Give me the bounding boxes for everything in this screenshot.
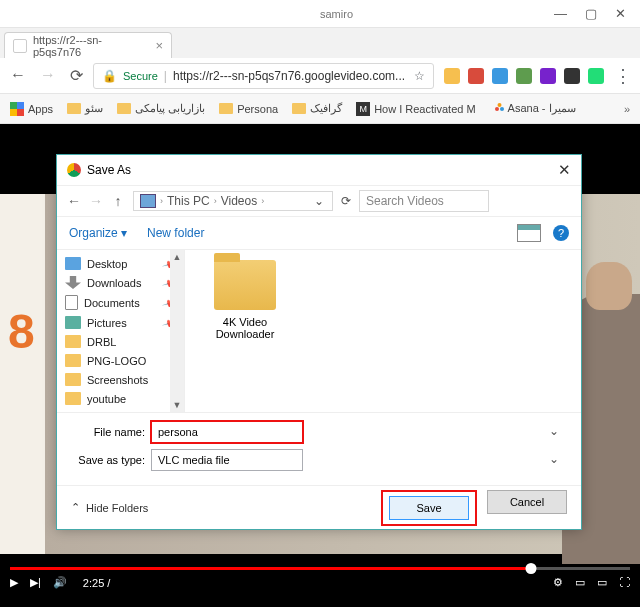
bookmark-5[interactable]: MHow I Reactivated M — [356, 102, 475, 116]
bookmark-folder-2[interactable]: بازاریابی پیامکی — [117, 102, 205, 115]
folder-icon — [65, 354, 81, 367]
minimize-button[interactable]: — — [554, 6, 567, 21]
new-folder-button[interactable]: New folder — [147, 226, 204, 240]
ext-icon-7[interactable] — [588, 68, 604, 84]
bookmark-folder-4[interactable]: گرافیک — [292, 102, 342, 115]
refresh-icon[interactable]: ⟳ — [341, 194, 351, 208]
miniplayer-icon[interactable]: ▭ — [575, 576, 585, 589]
dialog-close-icon[interactable]: ✕ — [558, 161, 571, 179]
secure-label: Secure — [123, 70, 158, 82]
tab-close-icon[interactable]: × — [155, 38, 163, 53]
reload-button[interactable]: ⟳ — [70, 66, 83, 85]
sidebar-item-desktop[interactable]: Desktop📌 — [57, 254, 184, 273]
ext-icon-3[interactable] — [492, 68, 508, 84]
hide-folders-button[interactable]: ⌃Hide Folders — [71, 501, 148, 514]
settings-icon[interactable]: ⚙ — [553, 576, 563, 589]
progress-bar[interactable] — [10, 567, 630, 570]
folder-icon[interactable] — [214, 260, 276, 310]
bookmark-folder-1[interactable]: سئو — [67, 102, 103, 115]
back-button[interactable]: ← — [10, 66, 26, 85]
fullscreen-icon[interactable]: ⛶ — [619, 576, 630, 589]
sidebar-item-label: Desktop — [87, 258, 127, 270]
nav-back-icon[interactable]: ← — [67, 193, 81, 209]
volume-icon[interactable]: 🔊 — [53, 576, 67, 589]
close-button[interactable]: ✕ — [615, 6, 626, 21]
search-input[interactable]: Search Videos — [359, 190, 489, 212]
breadcrumb[interactable]: › This PC › Videos › ⌄ — [133, 191, 333, 211]
sidebar-item-screenshots[interactable]: Screenshots — [57, 370, 184, 389]
forward-button[interactable]: → — [40, 66, 56, 85]
apps-button[interactable]: Apps — [10, 102, 53, 116]
window-titlebar: samiro — ▢ ✕ — [0, 0, 640, 28]
progress-handle[interactable] — [525, 563, 536, 574]
nav-up-icon[interactable]: ↑ — [111, 193, 125, 209]
filetype-select[interactable] — [151, 449, 303, 471]
crumb-this-pc[interactable]: This PC — [167, 194, 210, 208]
video-controls: ▶ ▶| 🔊 2:25 / ⚙ ▭ ▭ ⛶ — [0, 567, 640, 607]
dialog-footer: ⌃Hide Folders Save Cancel — [57, 485, 581, 529]
view-icon[interactable] — [517, 224, 541, 242]
scroll-up-icon[interactable]: ▲ — [173, 252, 182, 262]
crumb-videos[interactable]: Videos — [221, 194, 257, 208]
maximize-button[interactable]: ▢ — [585, 6, 597, 21]
organize-button[interactable]: Organize ▾ — [69, 226, 127, 240]
bookmark-6[interactable]: Asana - سمیرا — [490, 102, 576, 116]
dialog-sidebar: Desktop📌 Downloads📌 Documents📌 Pictures📌… — [57, 250, 185, 412]
ext-icon-1[interactable] — [444, 68, 460, 84]
documents-icon — [65, 295, 78, 310]
ext-icon-5[interactable] — [540, 68, 556, 84]
scroll-down-icon[interactable]: ▼ — [173, 400, 182, 410]
nav-forward-icon[interactable]: → — [89, 193, 103, 209]
sidebar-item-drbl[interactable]: DRBL — [57, 332, 184, 351]
bookmarks-bar: Apps سئو بازاریابی پیامکی Persona گرافیک… — [0, 94, 640, 124]
chrome-menu-icon[interactable]: ⋮ — [614, 71, 630, 81]
folder-name[interactable]: 4K Video Downloader — [205, 316, 285, 340]
bookmark-folder-3[interactable]: Persona — [219, 103, 278, 115]
sidebar-item-label: Downloads — [87, 277, 141, 289]
progress-fill — [10, 567, 531, 570]
dialog-filelist[interactable]: 4K Video Downloader — [185, 250, 581, 412]
cancel-button[interactable]: Cancel — [487, 490, 567, 514]
save-button[interactable]: Save — [389, 496, 469, 520]
browser-tab[interactable]: https://r2---sn-p5qs7n76 × — [4, 32, 172, 58]
tab-title: https://r2---sn-p5qs7n76 — [33, 34, 150, 58]
play-button[interactable]: ▶ — [10, 576, 18, 589]
bookmarks-overflow-icon[interactable]: » — [624, 103, 630, 115]
folder-icon — [292, 103, 306, 114]
help-icon[interactable]: ? — [553, 225, 569, 241]
sidebar-item-png[interactable]: PNG-LOGO — [57, 351, 184, 370]
sidebar-item-documents[interactable]: Documents📌 — [57, 292, 184, 313]
ext-icon-2[interactable] — [468, 68, 484, 84]
video-graphic: 8 — [8, 304, 35, 359]
downloads-icon — [65, 276, 81, 289]
star-icon[interactable]: ☆ — [414, 69, 425, 83]
ext-icon-6[interactable] — [564, 68, 580, 84]
crumb-dropdown-icon[interactable]: ⌄ — [312, 194, 326, 208]
sidebar-scrollbar[interactable]: ▲▼ — [170, 250, 184, 412]
next-button[interactable]: ▶| — [30, 576, 41, 589]
bookmark-label: سئو — [85, 102, 103, 115]
sidebar-item-downloads[interactable]: Downloads📌 — [57, 273, 184, 292]
chrome-toolbar: ← → ⟳ 🔒 Secure | https://r2---sn-p5qs7n7… — [0, 58, 640, 94]
ext-icon-4[interactable] — [516, 68, 532, 84]
chrome-tabstrip: https://r2---sn-p5qs7n76 × — [0, 28, 640, 58]
window-user: samiro — [320, 8, 353, 20]
nav-buttons: ← → ⟳ — [10, 66, 83, 85]
bookmark-label: گرافیک — [310, 102, 342, 115]
folder-icon — [219, 103, 233, 114]
filename-label: File name: — [71, 426, 145, 438]
filename-input[interactable] — [151, 421, 303, 443]
sidebar-item-pictures[interactable]: Pictures📌 — [57, 313, 184, 332]
dialog-toolbar: Organize ▾ New folder ? — [57, 217, 581, 249]
save-as-dialog: Save As ✕ ← → ↑ › This PC › Videos › ⌄ ⟳… — [56, 154, 582, 530]
medium-icon: M — [356, 102, 370, 116]
sidebar-item-label: Screenshots — [87, 374, 148, 386]
theater-icon[interactable]: ▭ — [597, 576, 607, 589]
dialog-nav: ← → ↑ › This PC › Videos › ⌄ ⟳ Search Vi… — [57, 185, 581, 217]
sidebar-item-label: DRBL — [87, 336, 116, 348]
sidebar-item-label: Pictures — [87, 317, 127, 329]
sidebar-item-youtube[interactable]: youtube — [57, 389, 184, 408]
sidebar-item-label: youtube — [87, 393, 126, 405]
omnibox[interactable]: 🔒 Secure | https://r2---sn-p5qs7n76.goog… — [93, 63, 434, 89]
video-time: 2:25 / — [83, 577, 111, 589]
